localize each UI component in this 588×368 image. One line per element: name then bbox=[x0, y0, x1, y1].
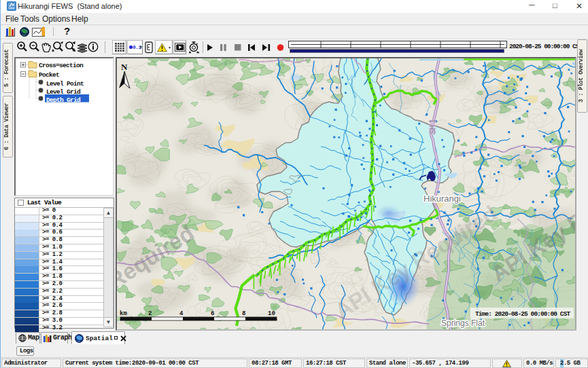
svg-text:Cross=section: Cross=section bbox=[39, 62, 84, 69]
svg-text:8: 8 bbox=[242, 310, 245, 317]
svg-text:N: N bbox=[121, 62, 128, 72]
svg-text:6: 6 bbox=[211, 310, 214, 317]
svg-text:Time: 2020-08-25 00:00:00 CST: Time: 2020-08-25 00:00:00 CST bbox=[475, 310, 570, 318]
svg-text:Level Point: Level Point bbox=[46, 80, 84, 88]
svg-text:Pocket: Pocket bbox=[39, 71, 59, 79]
svg-text:Level Grid: Level Grid bbox=[46, 88, 81, 96]
svg-text:SH 1: SH 1 bbox=[429, 119, 436, 134]
svg-text:4: 4 bbox=[179, 310, 184, 317]
svg-text:Depth Grid: Depth Grid bbox=[46, 96, 81, 104]
svg-text:Springs Flat: Springs Flat bbox=[441, 318, 485, 328]
svg-text:km: km bbox=[120, 310, 127, 317]
svg-text:Hikurangi: Hikurangi bbox=[423, 194, 461, 204]
svg-text:10: 10 bbox=[268, 310, 275, 317]
svg-text:2: 2 bbox=[148, 310, 152, 317]
